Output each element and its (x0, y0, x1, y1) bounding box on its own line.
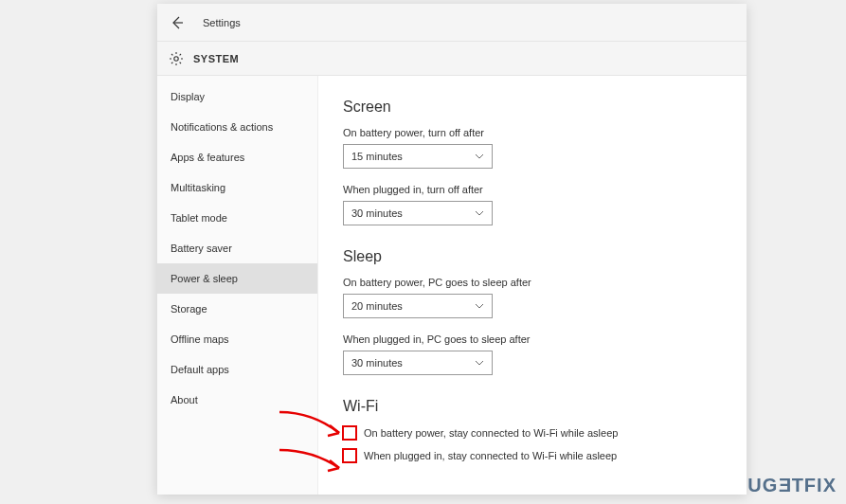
content-pane: Screen On battery power, turn off after … (318, 76, 747, 495)
settings-window: Settings SYSTEM Display Notifications & … (157, 4, 747, 495)
wifi-plugged-checkbox-row[interactable]: When plugged in, stay connected to Wi-Fi… (343, 449, 722, 462)
sidebar-item-offline-maps[interactable]: Offline maps (157, 324, 317, 354)
chevron-down-icon (475, 152, 484, 161)
section-header: SYSTEM (157, 42, 747, 76)
sidebar: Display Notifications & actions Apps & f… (157, 76, 318, 495)
sidebar-item-default-apps[interactable]: Default apps (157, 354, 317, 385)
screen-plugged-label: When plugged in, turn off after (343, 184, 722, 195)
sidebar-item-label: Battery saver (171, 243, 232, 254)
dropdown-value: 30 minutes (351, 207, 403, 219)
window-body: Display Notifications & actions Apps & f… (157, 76, 747, 495)
screen-battery-label: On battery power, turn off after (343, 127, 722, 138)
dropdown-value: 20 minutes (351, 300, 403, 312)
wifi-battery-checkbox[interactable] (343, 426, 356, 440)
sleep-battery-label: On battery power, PC goes to sleep after (343, 277, 722, 288)
screen-plugged-dropdown[interactable]: 30 minutes (343, 201, 493, 225)
wifi-battery-label: On battery power, stay connected to Wi-F… (364, 427, 618, 439)
sidebar-item-label: About (171, 394, 198, 405)
section-title: SYSTEM (193, 53, 239, 64)
wifi-plugged-checkbox[interactable] (343, 449, 356, 462)
watermark: UGETFIX (747, 475, 837, 496)
back-arrow-icon (170, 15, 185, 30)
sidebar-item-multitasking[interactable]: Multitasking (157, 172, 317, 203)
wifi-plugged-label: When plugged in, stay connected to Wi-Fi… (364, 450, 617, 461)
screen-battery-dropdown[interactable]: 15 minutes (343, 144, 493, 169)
chevron-down-icon (475, 208, 484, 218)
sidebar-item-notifications[interactable]: Notifications & actions (157, 112, 317, 142)
sidebar-item-label: Tablet mode (171, 212, 227, 224)
gear-icon (169, 51, 184, 66)
sidebar-item-label: Default apps (171, 364, 229, 375)
sidebar-item-display[interactable]: Display (157, 81, 317, 112)
sidebar-item-apps[interactable]: Apps & features (157, 142, 317, 172)
sidebar-item-label: Apps & features (171, 152, 244, 163)
dropdown-value: 15 minutes (351, 151, 403, 162)
wifi-battery-checkbox-row[interactable]: On battery power, stay connected to Wi-F… (343, 426, 722, 440)
sidebar-item-battery[interactable]: Battery saver (157, 233, 317, 263)
sidebar-item-label: Power & sleep (171, 273, 238, 284)
sidebar-item-label: Multitasking (171, 182, 225, 193)
sleep-battery-dropdown[interactable]: 20 minutes (343, 294, 493, 318)
window-header: Settings (157, 4, 747, 42)
sidebar-item-storage[interactable]: Storage (157, 294, 317, 324)
sidebar-item-label: Display (171, 91, 205, 102)
sleep-plugged-label: When plugged in, PC goes to sleep after (343, 333, 722, 345)
sidebar-item-label: Storage (171, 303, 207, 315)
sidebar-item-tablet[interactable]: Tablet mode (157, 203, 317, 233)
sidebar-item-about[interactable]: About (157, 385, 317, 415)
sidebar-item-label: Notifications & actions (171, 121, 273, 133)
wifi-section-title: Wi-Fi (343, 398, 722, 415)
svg-point-0 (174, 56, 178, 60)
sidebar-item-label: Offline maps (171, 333, 229, 345)
back-button[interactable] (169, 14, 186, 31)
sidebar-item-power-sleep[interactable]: Power & sleep (157, 263, 317, 294)
sleep-plugged-dropdown[interactable]: 30 minutes (343, 351, 493, 375)
screen-section-title: Screen (343, 99, 722, 116)
dropdown-value: 30 minutes (351, 357, 403, 369)
chevron-down-icon (475, 358, 484, 368)
sleep-section-title: Sleep (343, 248, 722, 265)
chevron-down-icon (475, 301, 484, 311)
window-title: Settings (203, 17, 241, 28)
